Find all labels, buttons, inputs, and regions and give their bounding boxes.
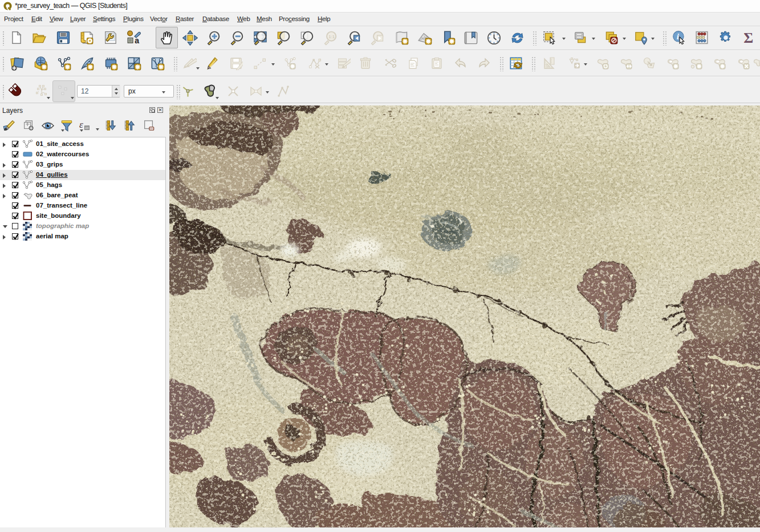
svg-text:Σ: Σ (743, 30, 753, 45)
svg-text:ε: ε (79, 119, 83, 130)
svg-text:a: a (135, 36, 139, 45)
svg-text:1:1: 1:1 (328, 34, 335, 39)
